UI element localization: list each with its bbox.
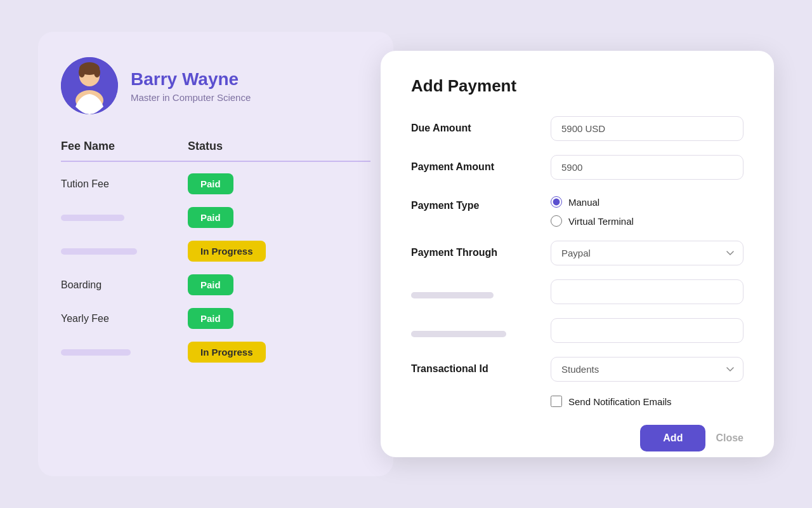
- profile-name: Barry Wayne: [131, 69, 251, 90]
- payment-amount-label: Payment Amount: [411, 155, 551, 173]
- profile-section: Barry Wayne Master in Computer Science: [61, 57, 370, 114]
- fee-name: Yearly Fee: [61, 313, 188, 324]
- radio-manual-label: Manual: [568, 197, 599, 208]
- close-button[interactable]: Close: [716, 432, 743, 444]
- payment-amount-control: [551, 155, 743, 180]
- extra-field-row-2: [411, 318, 743, 343]
- table-row: Tution Fee Paid: [61, 167, 370, 201]
- due-amount-row: Due Amount: [411, 116, 743, 141]
- payment-type-control: Manual Virtual Terminal: [551, 194, 743, 227]
- col-name-header: Fee Name: [61, 140, 188, 153]
- payment-amount-input[interactable]: [551, 155, 743, 180]
- status-badge-paid: Paid: [188, 274, 233, 295]
- extra-label-1: [411, 279, 551, 298]
- due-amount-label: Due Amount: [411, 116, 551, 134]
- fee-status: In Progress: [188, 241, 289, 262]
- due-amount-input[interactable]: [551, 116, 743, 141]
- table-row: In Progress: [61, 335, 370, 369]
- notification-row: Send Notification Emails: [551, 396, 743, 407]
- fee-name: Boarding: [61, 279, 188, 291]
- svg-point-3: [79, 67, 85, 77]
- extra-control-1: [551, 279, 743, 304]
- fee-status: In Progress: [188, 342, 289, 363]
- fee-status: Paid: [188, 173, 289, 194]
- radio-virtual[interactable]: Virtual Terminal: [551, 215, 743, 227]
- notification-label[interactable]: Send Notification Emails: [568, 396, 672, 407]
- radio-manual[interactable]: Manual: [551, 196, 743, 208]
- add-button[interactable]: Add: [640, 425, 705, 451]
- modal-title: Add Payment: [411, 76, 743, 96]
- avatar: [61, 57, 118, 114]
- fee-name: Tution Fee: [61, 178, 188, 190]
- fee-name-placeholder: [61, 248, 188, 255]
- status-badge-progress: In Progress: [188, 241, 266, 262]
- table-row: Paid: [61, 201, 370, 234]
- radio-virtual-input[interactable]: [551, 215, 562, 227]
- payment-through-select[interactable]: Paypal Stripe Bank Transfer: [551, 241, 743, 265]
- extra-control-2: [551, 318, 743, 343]
- main-container: Barry Wayne Master in Computer Science F…: [38, 32, 774, 476]
- left-panel: Barry Wayne Master in Computer Science F…: [38, 32, 393, 476]
- profile-degree: Master in Computer Science: [131, 92, 251, 103]
- due-amount-control: [551, 116, 743, 141]
- transactional-id-label: Transactional Id: [411, 357, 551, 375]
- extra-field-row-1: [411, 279, 743, 304]
- payment-through-label: Payment Through: [411, 241, 551, 258]
- fee-status: Paid: [188, 207, 289, 228]
- fee-status: Paid: [188, 274, 289, 295]
- transactional-id-control: Students Faculty: [551, 357, 743, 382]
- notification-checkbox[interactable]: [551, 396, 562, 407]
- extra-label-2: [411, 318, 551, 337]
- fee-name-placeholder: [61, 215, 188, 221]
- col-status-header: Status: [188, 140, 289, 153]
- status-badge-paid: Paid: [188, 173, 233, 194]
- add-payment-modal: Add Payment Due Amount Payment Amount Pa…: [381, 51, 774, 457]
- fee-name-placeholder: [61, 349, 188, 356]
- table-row: Boarding Paid: [61, 268, 370, 302]
- fee-table-header: Fee Name Status: [61, 140, 370, 162]
- radio-manual-input[interactable]: [551, 196, 562, 208]
- profile-info: Barry Wayne Master in Computer Science: [131, 69, 251, 103]
- transactional-id-row: Transactional Id Students Faculty: [411, 357, 743, 382]
- payment-through-control: Paypal Stripe Bank Transfer: [551, 241, 743, 265]
- status-badge-progress: In Progress: [188, 342, 266, 363]
- transactional-id-select[interactable]: Students Faculty: [551, 357, 743, 382]
- status-badge-paid: Paid: [188, 308, 233, 329]
- payment-type-label: Payment Type: [411, 194, 551, 211]
- payment-type-row: Payment Type Manual Virtual Terminal: [411, 194, 743, 227]
- payment-amount-row: Payment Amount: [411, 155, 743, 180]
- status-badge-paid: Paid: [188, 207, 233, 228]
- fee-status: Paid: [188, 308, 289, 329]
- table-row: In Progress: [61, 234, 370, 268]
- svg-point-4: [94, 67, 100, 77]
- radio-virtual-label: Virtual Terminal: [568, 216, 634, 227]
- extra-input-2[interactable]: [551, 318, 743, 343]
- payment-through-row: Payment Through Paypal Stripe Bank Trans…: [411, 241, 743, 265]
- action-buttons: Add Close: [411, 425, 743, 451]
- table-row: Yearly Fee Paid: [61, 302, 370, 335]
- extra-input-1[interactable]: [551, 279, 743, 304]
